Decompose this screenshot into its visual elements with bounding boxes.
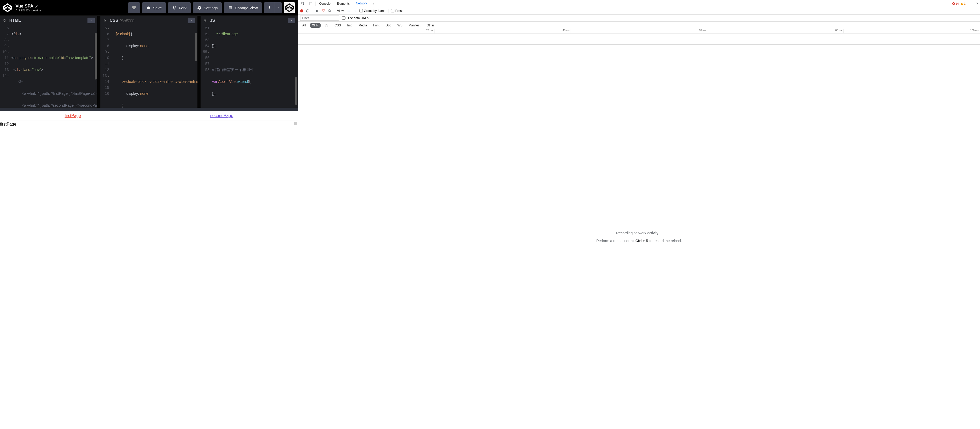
- kebab-icon[interactable]: ⋮: [967, 1, 973, 6]
- js-pane-menu[interactable]: [288, 18, 295, 23]
- js-pane-title: JS: [210, 18, 215, 23]
- html-editor[interactable]: 67891011121314 </div> <script type="text…: [0, 25, 97, 108]
- pin-icon: [267, 6, 271, 10]
- warning-badge[interactable]: 1: [960, 2, 966, 5]
- result-content: firstPage: [0, 120, 298, 128]
- type-manifest[interactable]: Manifest: [407, 23, 422, 28]
- type-other[interactable]: Other: [425, 23, 436, 28]
- js-pane: JS 5152535455565758 '*': '/firstPage' })…: [200, 16, 298, 108]
- html-pane: HTML 67891011121314 </div> <script type=…: [0, 16, 97, 108]
- type-img[interactable]: Img: [345, 23, 355, 28]
- svg-rect-0: [229, 6, 232, 8]
- pen-title[interactable]: Vue SPA: [16, 4, 33, 9]
- result-pane: firstPage secondPage firstPage: [0, 111, 298, 429]
- gear-icon[interactable]: [203, 19, 207, 22]
- devtools: Console Elements Network » 14 1 ⋮ ✕ View…: [298, 0, 980, 429]
- svg-rect-4: [311, 3, 312, 5]
- svg-rect-10: [348, 10, 350, 10]
- tab-elements[interactable]: Elements: [334, 0, 352, 7]
- nav-link-first[interactable]: firstPage: [65, 113, 81, 118]
- fork-button[interactable]: Fork: [168, 2, 191, 13]
- type-xhr[interactable]: XHR: [310, 23, 321, 28]
- scrollbar-thumb[interactable]: [195, 33, 197, 61]
- type-font[interactable]: Font: [371, 23, 382, 28]
- js-pane-header: JS: [200, 16, 298, 25]
- nav-link-second[interactable]: secondPage: [210, 113, 233, 118]
- network-empty-state: Recording network activity… Perform a re…: [298, 45, 980, 429]
- edit-title-icon[interactable]: [35, 5, 38, 8]
- type-doc[interactable]: Doc: [383, 23, 393, 28]
- css-pane: CSS (PostCSS) 5678910111213141516 [v-clo…: [100, 16, 198, 108]
- like-button[interactable]: [128, 2, 140, 13]
- result-nav: firstPage secondPage: [0, 111, 298, 120]
- codepen-logo-icon[interactable]: [3, 3, 12, 12]
- type-all[interactable]: All: [300, 23, 308, 28]
- clear-icon[interactable]: [306, 9, 310, 13]
- device-icon[interactable]: [307, 1, 314, 6]
- html-pane-title: HTML: [9, 18, 21, 23]
- gear-icon[interactable]: [103, 19, 107, 22]
- view-icon: [228, 6, 233, 10]
- scrollbar-thumb[interactable]: [295, 77, 298, 105]
- svg-rect-11: [348, 11, 350, 11]
- change-view-button[interactable]: Change View: [224, 2, 262, 13]
- type-css[interactable]: CSS: [332, 23, 343, 28]
- gear-icon[interactable]: [3, 19, 6, 22]
- preserve-log-checkbox[interactable]: Prese: [391, 9, 403, 13]
- pen-title-area: Vue SPA A PEN BY cookie: [16, 4, 126, 12]
- network-filter-row: Hide data URLs: [298, 14, 980, 22]
- close-icon[interactable]: ✕: [975, 1, 980, 6]
- inspect-icon[interactable]: [300, 1, 306, 6]
- hide-data-urls-checkbox[interactable]: Hide data URLs: [342, 16, 369, 20]
- svg-point-8: [328, 9, 331, 11]
- hint-text: Perform a request or hit Ctrl + R to rec…: [596, 239, 682, 243]
- record-button[interactable]: [300, 9, 303, 13]
- editor-panes: HTML 67891011121314 </div> <script type=…: [0, 16, 298, 111]
- fork-icon: [172, 6, 177, 10]
- pin-button[interactable]: [264, 2, 275, 13]
- codepen-header: Vue SPA A PEN BY cookie Save Fork Settin…: [0, 0, 298, 16]
- type-ws[interactable]: WS: [395, 23, 404, 28]
- list-view-icon[interactable]: [347, 9, 351, 13]
- gear-icon: [197, 5, 202, 10]
- tab-network[interactable]: Network: [353, 0, 370, 7]
- author-prefix: A PEN BY: [16, 9, 32, 12]
- filter-icon[interactable]: [322, 9, 325, 13]
- css-editor[interactable]: 5678910111213141516 [v-cloak] { display:…: [100, 25, 198, 108]
- search-icon[interactable]: [328, 9, 331, 13]
- css-pane-title: CSS: [110, 18, 118, 23]
- author-link[interactable]: cookie: [32, 9, 41, 12]
- user-avatar[interactable]: [284, 2, 295, 13]
- filter-input[interactable]: [300, 16, 339, 21]
- network-timeline[interactable]: 20 ms 40 ms 60 ms 80 ms 100 ms: [298, 29, 980, 45]
- more-tabs-icon[interactable]: »: [371, 1, 376, 6]
- html-pane-menu[interactable]: [88, 18, 95, 23]
- camera-icon[interactable]: [315, 9, 319, 13]
- save-button[interactable]: Save: [142, 2, 166, 13]
- network-toolbar: View: Group by frame Prese: [298, 7, 980, 14]
- html-pane-header: HTML: [0, 16, 97, 25]
- css-pane-subtitle: (PostCSS): [120, 19, 135, 22]
- html-code: </div> <script type="text/x-template" id…: [11, 25, 97, 108]
- js-editor[interactable]: 5152535455565758 '*': '/firstPage' }); /…: [200, 25, 298, 108]
- svg-rect-12: [348, 11, 350, 12]
- waterfall-view-icon[interactable]: [353, 9, 357, 13]
- css-pane-header: CSS (PostCSS): [100, 16, 198, 25]
- group-by-frame-checkbox[interactable]: Group by frame: [360, 9, 385, 13]
- recording-text: Recording network activity…: [616, 231, 662, 235]
- type-media[interactable]: Media: [356, 23, 369, 28]
- tab-console[interactable]: Console: [317, 0, 333, 7]
- type-js[interactable]: JS: [323, 23, 331, 28]
- css-code: [v-cloak] { display: none; } .v-cloak--b…: [112, 25, 198, 108]
- js-code: '*': '/firstPage' }); // 路由器需要一个根组件 var …: [212, 25, 298, 108]
- result-scrollbar[interactable]: [294, 122, 298, 125]
- settings-button[interactable]: Settings: [193, 2, 222, 13]
- error-badge[interactable]: 14: [952, 2, 959, 5]
- css-pane-menu[interactable]: [188, 18, 195, 23]
- heart-icon: [132, 5, 136, 10]
- scrollbar-thumb[interactable]: [95, 33, 97, 80]
- pin-dropdown[interactable]: [275, 2, 282, 13]
- codepen-app: Vue SPA A PEN BY cookie Save Fork Settin…: [0, 0, 298, 429]
- svg-rect-14: [354, 11, 356, 11]
- css-gutter: 5678910111213141516: [100, 25, 112, 108]
